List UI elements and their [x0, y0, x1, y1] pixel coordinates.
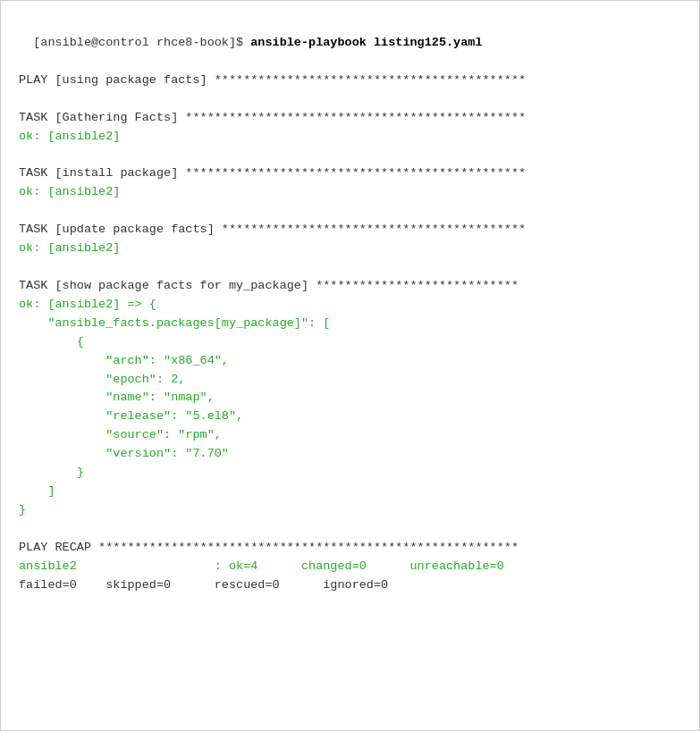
- ok-update: ok: [ansible2]: [19, 241, 120, 255]
- ok-gathering: ok: [ansible2]: [19, 130, 120, 143]
- json-release: "release": "5.el8",: [19, 409, 243, 423]
- terminal-window: [ansible@control rhce8-book]$ ansible-pl…: [0, 0, 700, 731]
- recap-ansible2: ansible2 : ok=4 changed=0 unreachable=0: [19, 559, 504, 573]
- recap-line: PLAY RECAP *****************************…: [19, 541, 519, 554]
- task-show: TASK [show package facts for my_package]…: [19, 279, 519, 292]
- json-open-brace: {: [19, 335, 84, 349]
- json-version: "version": "7.70": [19, 447, 229, 460]
- task-gathering: TASK [Gathering Facts] *****************…: [19, 111, 526, 124]
- play-line: PLAY [using package facts] *************…: [19, 73, 526, 87]
- json-close-outer: }: [19, 503, 26, 517]
- json-epoch: "epoch": 2,: [19, 373, 185, 386]
- prompt-prefix: [ansible@control rhce8-book]$: [33, 36, 250, 49]
- task-update: TASK [update package facts] ************…: [19, 223, 526, 236]
- task-install: TASK [install package] *****************…: [19, 166, 526, 180]
- ok-install: ok: [ansible2]: [19, 185, 120, 198]
- json-arch: "arch": "x86_64",: [19, 354, 229, 367]
- json-packages-key: "ansible_facts.packages[my_package]": [: [19, 316, 330, 330]
- json-name: "name": "nmap",: [19, 391, 215, 404]
- json-close-brace: }: [19, 466, 84, 479]
- json-source: "source": "rpm",: [19, 428, 222, 441]
- json-close-bracket: ]: [19, 484, 55, 498]
- recap-counts: failed=0 skipped=0 rescued=0 ignored=0: [19, 578, 388, 592]
- ok-show: ok: [ansible2] => {: [19, 298, 156, 311]
- command: ansible-playbook listing125.yaml: [250, 36, 482, 49]
